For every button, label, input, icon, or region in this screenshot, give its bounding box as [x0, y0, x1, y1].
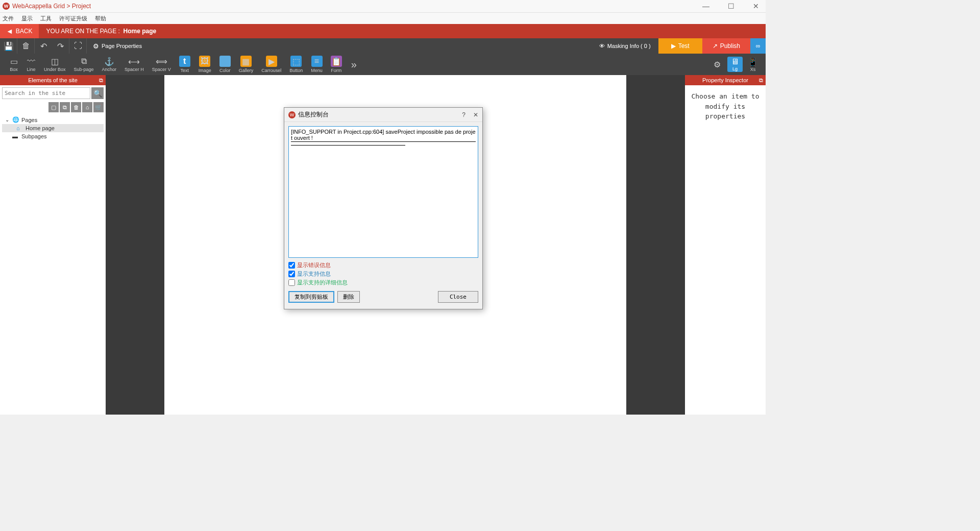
close-window-button[interactable]: ✕: [749, 2, 763, 10]
page-prefix: YOU ARE ON THE PAGE :: [46, 28, 120, 35]
page-properties-button[interactable]: ⚙ Page Properties: [87, 42, 148, 50]
search-button[interactable]: 🔍: [91, 87, 104, 99]
gear-small-icon: ⚙: [714, 60, 721, 69]
tool-menu[interactable]: ≡Menu: [307, 54, 327, 75]
box-icon: ▭: [9, 57, 18, 66]
console-line: [INFO_SUPPORT in Project.cpp:604] savePr…: [291, 129, 476, 142]
popout-right-icon[interactable]: ⧉: [759, 77, 763, 84]
tool-text[interactable]: tText: [175, 54, 194, 75]
trash-button[interactable]: 🗑: [71, 102, 81, 112]
tool-form[interactable]: 📋Form: [327, 54, 346, 75]
tree-pages-node[interactable]: ⌄ 🌐 Pages: [2, 115, 104, 124]
settings-device-button[interactable]: ⚙: [709, 57, 725, 72]
tool-underbox[interactable]: ◫Under Box: [40, 54, 70, 75]
minimize-button[interactable]: —: [698, 2, 714, 10]
dialog-help-button[interactable]: ?: [462, 111, 465, 118]
publish-button[interactable]: ↗ Publish: [702, 38, 750, 54]
search-input[interactable]: [2, 87, 90, 99]
text-icon: t: [179, 56, 190, 67]
back-arrow-icon: ◄: [6, 27, 13, 35]
dialog-title: 信息控制台: [298, 110, 329, 119]
collapse-button[interactable]: ⛶: [69, 38, 87, 54]
tool-line[interactable]: 〰Line: [22, 54, 40, 75]
menu-tool-icon: ≡: [311, 56, 323, 67]
chk-show-detail[interactable]: 显示支持的详细信息: [288, 278, 478, 287]
dialog-titlebar[interactable]: W 信息控制台 ? ✕: [284, 108, 482, 122]
play-icon: ▶: [671, 42, 676, 50]
image-icon: 🖼: [199, 56, 210, 67]
menu-help[interactable]: 帮助: [95, 15, 106, 22]
site-tree: ⌄ 🌐 Pages ⌂ Home page ▬ Subpages: [0, 113, 106, 142]
carrousel-icon: ▶: [266, 56, 277, 67]
property-inspector-panel: Property Inspector ⧉ Choose an item to m…: [685, 75, 766, 415]
elements-panel-header: Elements of the site ⧉: [0, 75, 106, 85]
mobile-icon: 📱: [748, 57, 758, 67]
test-button[interactable]: ▶ Test: [658, 38, 702, 54]
device-xs-button[interactable]: 📱Xs: [745, 57, 761, 72]
chevron-down-icon: ⌄: [5, 117, 10, 123]
menu-license[interactable]: 许可证升级: [59, 15, 87, 22]
form-icon: 📋: [331, 56, 342, 67]
tool-button[interactable]: ⬚Button: [285, 54, 307, 75]
menu-file[interactable]: 文件: [3, 15, 14, 22]
tool-image[interactable]: 🖼Image: [194, 54, 215, 75]
tree-subpages-node[interactable]: ▬ Subpages: [2, 132, 104, 140]
tool-anchor[interactable]: ⚓Anchor: [98, 54, 121, 75]
popout-icon[interactable]: ⧉: [99, 77, 103, 84]
maximize-button[interactable]: ☐: [724, 2, 739, 10]
tool-box[interactable]: ▭Box: [5, 54, 22, 75]
elements-panel: Elements of the site ⧉ 🔍 ▢ ⧉ 🗑 ⌂ 🛒 ⌄ 🌐 P…: [0, 75, 106, 415]
console-output[interactable]: [INFO_SUPPORT in Project.cpp:604] savePr…: [288, 126, 478, 258]
globe-icon: 🌐: [12, 116, 19, 123]
chk-show-support[interactable]: 显示支持信息: [288, 270, 478, 278]
tool-spacer-h[interactable]: ⟷Spacer H: [120, 54, 148, 75]
device-lg-button[interactable]: 🖥Lg: [727, 57, 743, 72]
folder-icon: ▬: [12, 133, 19, 139]
menu-display[interactable]: 显示: [21, 15, 33, 22]
dialog-logo-icon: W: [288, 111, 296, 118]
masking-label: Masking Info ( 0 ): [607, 43, 651, 49]
search-icon: 🔍: [93, 89, 102, 98]
tool-spacer-v[interactable]: ⟺Spacer V: [148, 54, 175, 75]
spacer-h-icon: ⟷: [130, 57, 139, 66]
duplicate-button[interactable]: ⧉: [60, 102, 70, 112]
chk-show-errors[interactable]: 显示错误信息: [288, 261, 478, 270]
close-dialog-button[interactable]: Close: [438, 291, 478, 303]
undo-button[interactable]: ↶: [35, 38, 52, 54]
spacer-v-icon: ⟺: [157, 57, 166, 66]
copy-clipboard-button[interactable]: 复制到剪贴板: [288, 291, 334, 303]
console-separator: [291, 145, 405, 146]
publish-label: Publish: [720, 42, 740, 50]
main-toolbar: 💾 🗑 ↶ ↷ ⛶ ⚙ Page Properties 👁 Masking In…: [0, 38, 766, 54]
delete-button[interactable]: 🗑: [17, 38, 35, 54]
share-button[interactable]: ∞: [750, 38, 766, 54]
tree-homepage-node[interactable]: ⌂ Home page: [2, 124, 104, 132]
redo-button[interactable]: ↷: [52, 38, 69, 54]
back-label: BACK: [16, 28, 33, 35]
subpage-icon: ⧉: [79, 57, 88, 66]
window-title: WebAcappella Grid > Project: [12, 3, 91, 10]
tool-subpage[interactable]: ⧉Sub-page: [70, 54, 98, 75]
upload-icon: ↗: [713, 42, 718, 50]
button-tool-icon: ⬚: [290, 56, 302, 67]
back-button[interactable]: ◄ BACK: [0, 24, 39, 38]
underbox-icon: ◫: [50, 57, 59, 66]
save-button[interactable]: 💾: [0, 38, 17, 54]
dialog-close-x-button[interactable]: ✕: [473, 111, 478, 118]
tool-color[interactable]: Color: [215, 54, 235, 75]
current-page-name: Home page: [123, 28, 156, 35]
property-message: Choose an item to modify its properties: [685, 85, 766, 128]
share-icon: ∞: [756, 42, 761, 50]
tool-carrousel[interactable]: ▶Carrousel: [257, 54, 285, 75]
tool-gallery[interactable]: ▦Gallery: [235, 54, 258, 75]
more-tools-button[interactable]: »: [346, 59, 362, 70]
delete-log-button[interactable]: 删除: [337, 291, 360, 303]
color-icon: [219, 56, 231, 67]
add-page-button[interactable]: ▢: [48, 102, 59, 112]
menu-tool[interactable]: 工具: [40, 15, 52, 22]
masking-info-button[interactable]: 👁 Masking Info ( 0 ): [592, 43, 658, 49]
gear-icon: ⚙: [93, 42, 99, 50]
anchor-icon: ⚓: [105, 57, 114, 66]
cart-button[interactable]: 🛒: [93, 102, 104, 112]
home-button[interactable]: ⌂: [82, 102, 92, 112]
